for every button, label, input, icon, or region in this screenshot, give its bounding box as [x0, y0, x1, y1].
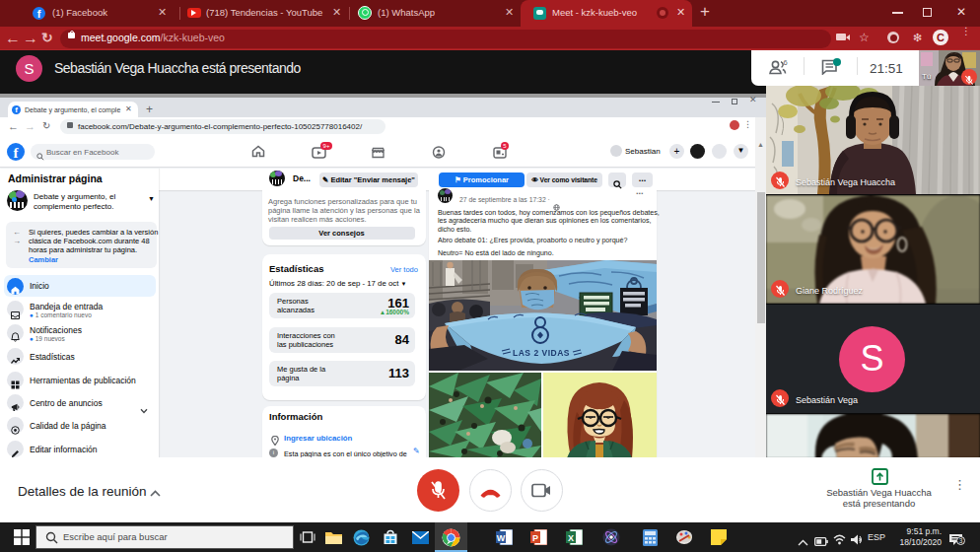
svg-text:P: P	[532, 533, 538, 543]
svg-text:LAS 2 VIDAS: LAS 2 VIDAS	[513, 348, 570, 358]
svg-text:X: X	[568, 533, 574, 543]
svg-text:W: W	[497, 533, 506, 543]
